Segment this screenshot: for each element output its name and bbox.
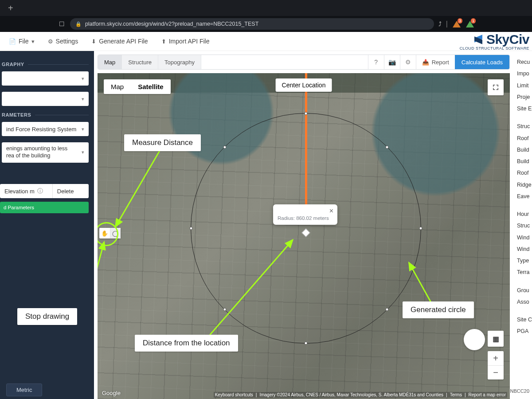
terms-link[interactable]: Terms [450, 392, 462, 397]
right-item[interactable]: Eave [517, 191, 532, 202]
menu-import-api-label: Import API File [169, 38, 210, 45]
right-item[interactable]: Recu [517, 56, 532, 68]
extension-1-icon[interactable]: 3 [452, 20, 461, 28]
right-item[interactable]: Grou [517, 285, 532, 296]
url-text: platform.skyciv.com/design/wind/v2?prelo… [85, 21, 258, 27]
select-1[interactable]: ▾ [2, 71, 89, 86]
settings-button[interactable]: ⚙ [400, 55, 416, 69]
fullscreen-button[interactable] [488, 79, 504, 95]
radius-info-popup: × Radius: 860.02 meters [273, 204, 337, 225]
select-2[interactable]: ▾ [2, 92, 89, 106]
fullscreen-icon [492, 83, 500, 91]
chevron-down-icon: ▾ [82, 126, 84, 132]
zoom-out-button[interactable]: − [488, 365, 504, 379]
menu-import-api[interactable]: ⬆ Import API File [161, 38, 210, 45]
download-icon: ⬇ [91, 38, 96, 45]
right-item[interactable]: Roof [517, 133, 532, 144]
right-item[interactable]: Site C [517, 314, 532, 325]
pegman-icon[interactable] [464, 329, 485, 350]
upload-icon: ⬆ [161, 38, 166, 45]
measure-distance-button[interactable]: ◯ [110, 228, 121, 239]
url-bar[interactable]: 🔒 platform.skyciv.com/design/wind/v2?pre… [70, 18, 434, 30]
brand-logo: SkyCiv CLOUD STRUCTURAL SOFTWARE [460, 33, 529, 51]
extension-2-icon[interactable]: 1 [466, 20, 474, 28]
menu-generate-api-label: Generate API File [99, 38, 148, 45]
zoom-in-button[interactable]: + [488, 351, 504, 365]
lock-icon: 🔒 [75, 21, 82, 27]
right-item[interactable]: Struc [517, 220, 532, 231]
report-button[interactable]: 📥Report [416, 55, 455, 69]
unit-label: Metric [16, 387, 32, 393]
right-item[interactable]: Terra [517, 266, 532, 278]
center-location-label: Center Location [276, 78, 332, 92]
file-icon: 📄 [9, 38, 16, 45]
right-item[interactable]: Roof [517, 167, 532, 179]
right-item[interactable]: Build [517, 144, 532, 156]
menu-settings[interactable]: ⚙ Settings [48, 38, 78, 45]
new-tab-icon[interactable]: + [4, 4, 17, 12]
chevron-down-icon: ▾ [82, 76, 84, 82]
right-item[interactable]: Site E [517, 103, 532, 114]
right-item[interactable]: Impo [517, 68, 532, 79]
share-icon[interactable]: ⤴ [438, 20, 442, 27]
right-item[interactable]: Ridge [517, 179, 532, 191]
gear-icon: ⚙ [48, 38, 53, 45]
right-item[interactable]: Struc [517, 121, 532, 132]
right-item[interactable]: Hour [517, 208, 532, 220]
right-item[interactable]: Wind [517, 243, 532, 255]
select-openings-label: enings amounting to less rea of the buil… [6, 145, 67, 159]
layers-icon: ▦ [493, 335, 499, 343]
right-item[interactable]: Build [517, 156, 532, 167]
keyboard-shortcuts-link[interactable]: Keyboard shortcuts [215, 392, 253, 397]
unit-toggle[interactable]: Metric [6, 383, 42, 396]
menu-generate-api[interactable]: ⬇ Generate API File [91, 38, 148, 45]
calculate-loads-button[interactable]: Calculate Loads [455, 55, 509, 69]
right-item[interactable]: Proje [517, 91, 532, 103]
confirm-parameters-button[interactable]: d Parameters [0, 202, 89, 213]
section-title-1: GRAPHY [0, 62, 24, 67]
right-item[interactable]: Wind [517, 232, 532, 243]
map-type-satellite[interactable]: Satellite [131, 79, 171, 94]
bookmark-icon[interactable]: ☐ [58, 20, 66, 28]
report-icon: 📥 [422, 59, 429, 66]
report-map-error-link[interactable]: Report a map error [469, 392, 506, 397]
delete-button[interactable]: Delete [53, 184, 89, 198]
app-menubar: 📄 File ▾ ⚙ Settings ⬇ Generate API File … [0, 32, 532, 51]
map-canvas[interactable]: Map Satellite Center Location ✋ ◯ × Radi… [98, 73, 510, 399]
brand-tagline: CLOUD STRUCTURAL SOFTWARE [460, 46, 529, 51]
chevron-down-icon: ▾ [82, 149, 84, 156]
tab-topography[interactable]: Topography [158, 55, 201, 69]
map-type-switch: Map Satellite [104, 79, 171, 94]
tab-structure[interactable]: Structure [122, 55, 158, 69]
tab-map[interactable]: Map [98, 55, 122, 69]
select-wind-force[interactable]: ind Force Resisting System▾ [2, 122, 89, 136]
drawing-toolbar: ✋ ◯ [99, 228, 121, 239]
google-watermark: Google [102, 390, 121, 396]
layers-button[interactable]: ▦ [488, 331, 504, 347]
map-type-map[interactable]: Map [104, 79, 131, 94]
right-item [517, 278, 532, 285]
menu-file-label: File [19, 38, 29, 45]
elevation-label: Elevation m [4, 188, 35, 195]
close-icon[interactable]: × [329, 207, 333, 215]
chevron-down-icon: ▾ [82, 96, 84, 102]
right-item [517, 114, 532, 121]
right-item[interactable]: Type [517, 255, 532, 266]
center-panel: Map Structure Topography ? 📷 ⚙ 📥Report C… [94, 51, 513, 399]
menu-settings-label: Settings [56, 38, 78, 45]
zoom-control: + − [488, 351, 504, 379]
elevation-button[interactable]: Elevation mⓘ [0, 184, 53, 198]
right-item[interactable]: PGA [517, 325, 532, 337]
help-button[interactable]: ? [368, 55, 384, 69]
stop-drawing-button[interactable]: ✋ [99, 228, 110, 239]
select-openings[interactable]: enings amounting to less rea of the buil… [2, 142, 89, 163]
delete-label: Delete [57, 188, 74, 195]
menu-file[interactable]: 📄 File ▾ [9, 38, 35, 45]
left-panel: GRAPHY ▾ ▾ RAMETERS ind Force Resisting … [0, 51, 94, 399]
browser-tabstrip: + [0, 0, 532, 16]
right-item[interactable]: Limit [517, 80, 532, 91]
view-ribbon: Map Structure Topography ? 📷 ⚙ 📥Report C… [98, 55, 510, 70]
radius-value: Radius: 860.02 meters [278, 215, 333, 221]
camera-button[interactable]: 📷 [384, 55, 400, 69]
right-item[interactable]: Asso [517, 296, 532, 308]
